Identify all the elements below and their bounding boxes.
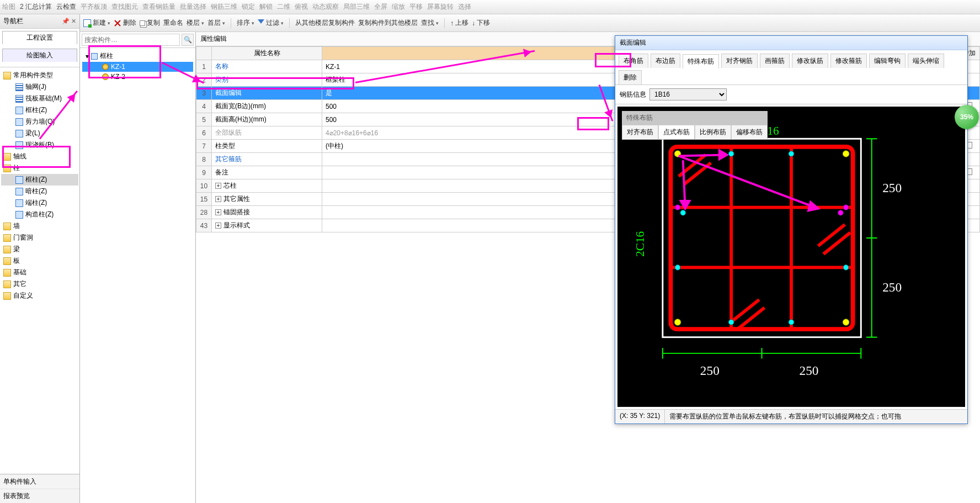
editor-tab[interactable]: 端头伸缩 [908,54,944,68]
node-axis-line[interactable]: 轴线 [1,151,78,162]
section-canvas[interactable]: 特殊布筋 对齐布筋点式布筋比例布筋偏移布筋 [617,107,965,407]
svg-text:2C16: 2C16 [633,231,647,257]
copy-button[interactable]: 复制 [140,18,160,28]
folder-icon [3,153,11,161]
editor-tab[interactable]: 布边筋 [651,54,680,68]
tb-lock[interactable]: 锁定 [242,2,255,12]
tab-single-input[interactable]: 单构件输入 [0,474,79,489]
svg-point-17 [843,319,849,326]
column-icon [15,176,23,184]
tb-2d[interactable]: 二维 [277,2,290,12]
tb-top[interactable]: 俯视 [295,2,308,12]
sub-tab[interactable]: 对齐布筋 [622,125,658,140]
tb-cloud[interactable]: 云检查 [56,2,76,12]
svg-text:250: 250 [882,280,902,294]
node-shearwall[interactable]: 剪力墙(Q) [1,116,78,128]
search-button[interactable]: 🔍 [182,34,194,46]
search-input[interactable] [82,34,180,46]
svg-point-21 [789,320,794,325]
tab-report[interactable]: 报表预览 [0,489,79,503]
nav-tree: 常用构件类型 轴网(J) 筏板基础(M) 框柱(Z) 剪力墙(Q) 梁(L) 现… [0,67,79,474]
node-column[interactable]: 柱 [1,162,78,174]
editor-tab[interactable]: 修改纵筋 [792,54,828,68]
move-up-button[interactable]: ↑ 上移 [450,18,468,28]
svg-point-18 [728,151,734,157]
filter-button[interactable]: 过滤 [258,18,284,28]
editor-tab[interactable]: 画箍筋 [760,54,790,68]
tb-batch[interactable]: 批量选择 [180,2,206,12]
folder-icon [3,246,11,253]
tb-local3d[interactable]: 局部三维 [343,2,370,12]
rebar-label: 钢筋信息 [620,90,646,99]
sub-tab[interactable]: 点式布筋 [658,125,695,140]
copy-icon [140,20,145,26]
move-down-button[interactable]: ↓ 下移 [472,18,490,28]
pin-icon[interactable]: 📌 ✕ [62,18,76,25]
svg-point-19 [789,151,794,157]
node-other[interactable]: 其它 [1,278,78,290]
node-beam2[interactable]: 梁 [1,243,78,255]
node-kz[interactable]: 框柱(Z) [1,174,78,186]
folder-icon [3,234,11,242]
editor-tabs: 布角筋布边筋特殊布筋对齐钢筋画箍筋修改纵筋修改箍筋编辑弯钩端头伸缩删除 [615,50,967,85]
find-button[interactable]: 查找 [421,18,439,28]
tb-find[interactable]: 查找图元 [111,2,138,12]
sort-button[interactable]: 排序 [237,18,254,28]
editor-tab[interactable]: 删除 [619,70,642,84]
node-opening[interactable]: 门窗洞 [1,232,78,243]
delete-button[interactable]: 删除 [114,18,136,28]
tree-root[interactable]: ▾ 框柱 [82,50,193,62]
tb-zoom[interactable]: 缩放 [392,2,405,12]
tb-select[interactable]: 选择 [458,2,471,12]
copy-from-button[interactable]: 从其他楼层复制构件 [295,18,355,28]
svg-point-15 [843,151,849,157]
node-constcol[interactable]: 构造柱(Z) [1,209,78,220]
status-message: 需要布置纵筋的位置单击鼠标左键布筋，布置纵筋时可以捕捉网格交点；也可拖 [665,410,967,423]
sub-tab[interactable]: 偏移布筋 [731,125,768,140]
tree-item-kz2[interactable]: KZ-2 [82,72,193,82]
tb-rebarqty[interactable]: 查看钢筋量 [142,2,175,12]
svg-point-20 [728,320,734,325]
editor-tab[interactable]: 布角筋 [619,54,648,68]
new-button[interactable]: 新建 [83,18,110,28]
grid-icon [15,95,23,103]
rebar-select[interactable]: 1B16 [649,88,727,100]
tb-rotate[interactable]: 屏幕旋转 [427,2,454,12]
tab-draw-input[interactable]: 绘图输入 [2,49,77,62]
editor-tab[interactable]: 特殊布筋 [683,54,719,68]
beam-icon [15,130,23,137]
editor-tab[interactable]: 编辑弯钩 [869,54,906,68]
tb-3d[interactable]: 钢筋三维 [211,2,237,12]
tb-align[interactable]: 平齐板顶 [81,2,107,12]
node-endcol[interactable]: 端柱(Z) [1,197,78,209]
node-custom[interactable]: 自定义 [1,290,78,301]
node-axis[interactable]: 轴网(J) [1,81,78,93]
svg-point-25 [843,265,849,271]
tab-project-settings[interactable]: 工程设置 [2,31,77,44]
node-anchor[interactable]: 暗柱(Z) [1,186,78,197]
tb-full[interactable]: 全屏 [374,2,387,12]
rename-button[interactable]: 重命名 [163,18,183,28]
node-slab[interactable]: 现浇板(B) [1,139,78,151]
node-foundation[interactable]: 基础 [1,267,78,278]
node-plate[interactable]: 板 [1,255,78,267]
copy-to-button[interactable]: 复制构件到其他楼层 [358,18,418,28]
tb-draw[interactable]: 绘图 [2,2,15,12]
tb-pan[interactable]: 平移 [409,2,423,12]
column-icon [15,199,23,207]
first-floor-dropdown[interactable]: 首层 [207,18,225,28]
svg-line-11 [823,232,850,254]
tb-calc[interactable]: 2 汇总计算 [20,2,52,12]
editor-tab[interactable]: 对齐钢筋 [721,54,758,68]
delete-icon [114,19,121,27]
new-icon [83,19,91,27]
node-wall[interactable]: 墙 [1,220,78,232]
sub-tabs-title: 特殊布筋 [622,111,768,125]
editor-tab[interactable]: 修改箍筋 [830,54,867,68]
node-framecol[interactable]: 框柱(Z) [1,104,78,116]
tb-unlock[interactable]: 解锁 [259,2,273,12]
node-common[interactable]: 常用构件类型 [1,70,78,81]
floor-dropdown[interactable]: 楼层 [187,18,204,28]
tb-orbit[interactable]: 动态观察 [312,2,339,12]
sub-tab[interactable]: 比例布筋 [695,125,731,140]
